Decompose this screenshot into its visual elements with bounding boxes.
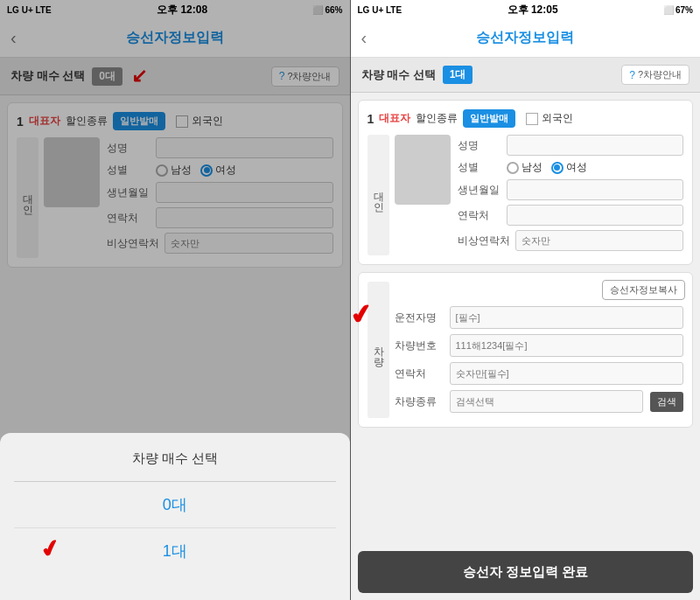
- gender-label-right: 성별: [458, 160, 501, 175]
- contact-label-right: 연락처: [458, 208, 501, 223]
- driver-input[interactable]: [450, 306, 684, 329]
- search-button[interactable]: 검색: [650, 392, 683, 412]
- birth-row-right: 생년월일: [458, 179, 684, 200]
- vehicle-select-bar-right: 차량 매수 선택 1대 ? ?차량안내: [351, 58, 701, 93]
- plate-input[interactable]: [450, 334, 684, 357]
- form-body-right: 대인 성명 성별 남성: [368, 135, 684, 255]
- complete-button[interactable]: 승선자 정보입력 완료: [358, 551, 694, 593]
- copy-button[interactable]: 승선자정보복사: [602, 280, 685, 300]
- female-radio-right[interactable]: [551, 162, 564, 174]
- modal-option-1[interactable]: 1대 ✔: [14, 528, 336, 574]
- name-row-right: 성명: [458, 135, 684, 156]
- contact-input-right[interactable]: [507, 205, 684, 226]
- discount-label-right: 할인종류: [416, 111, 458, 126]
- driver-label: 운전자명: [395, 310, 443, 325]
- checkmark-arrow-modal: ✔: [37, 534, 62, 565]
- vcontact-label: 연락처: [395, 366, 443, 381]
- modal-title-left: 차량 매수 선택: [14, 450, 336, 467]
- emergency-input-right[interactable]: [515, 230, 684, 251]
- name-label-right: 성명: [458, 138, 501, 153]
- vehicle-bar-label-right: 차량 매수 선택: [361, 67, 436, 83]
- male-option-right[interactable]: 남성: [507, 160, 542, 175]
- birth-input-right[interactable]: [507, 179, 684, 200]
- female-option-right[interactable]: 여성: [551, 160, 587, 175]
- avatar-right: [395, 135, 451, 205]
- checkbox-icon-right: [526, 113, 538, 125]
- modal-overlay-left[interactable]: 차량 매수 선택 0대 1대 ✔: [0, 0, 350, 600]
- modal-option-0[interactable]: 0대: [14, 482, 336, 528]
- foreigner-checkbox-right[interactable]: 외국인: [526, 111, 573, 126]
- rep-badge-right: 대표자: [379, 111, 410, 126]
- emergency-label-right: 비상연락처: [458, 234, 510, 248]
- vcontact-input[interactable]: [450, 362, 684, 385]
- vcontact-row: 연락처: [395, 362, 684, 385]
- time-right: 오후 12:05: [508, 3, 558, 17]
- gender-options-right: 남성 여성: [507, 160, 587, 175]
- vehicle-form-card: ✔ 승선자정보복사 차량 운전자명 차량번호 연락처: [358, 272, 694, 428]
- battery-right: ⬜ 67%: [663, 5, 693, 15]
- modal-sheet-left: 차량 매수 선택 0대 1대 ✔: [0, 433, 350, 600]
- vehicle-info-btn-right[interactable]: ? ?차량안내: [621, 65, 690, 85]
- form-content-right: 성명 성별 남성: [395, 135, 684, 255]
- question-icon-right: ?: [629, 69, 635, 81]
- emergency-row-right: 비상연락처: [458, 230, 684, 251]
- carrier-right: LG U+ LTE: [358, 5, 402, 15]
- content-right: 차량 매수 선택 1대 ? ?차량안내 1 대표자 할인종류 일반발매 외국인 …: [351, 58, 701, 544]
- plate-label: 차량번호: [395, 338, 443, 353]
- plate-row: 차량번호: [395, 334, 684, 357]
- vtype-row: 차량종류 검색: [395, 390, 684, 413]
- birth-label-right: 생년월일: [458, 183, 501, 198]
- side-label-adult-right: 대인: [368, 135, 389, 255]
- vehicle-fields: 운전자명 차량번호 연락처 차량종류 검색: [395, 282, 684, 418]
- page-title-right: 승선자정보입력: [476, 29, 574, 47]
- left-panel: LG U+ LTE 오후 12:08 ⬜ 66% ‹ 승선자정보입력 차량 매수…: [0, 0, 350, 600]
- vtype-input[interactable]: [450, 390, 644, 413]
- passenger-form-right: 1 대표자 할인종류 일반발매 외국인 대인 성명: [358, 100, 694, 265]
- male-radio-right[interactable]: [507, 162, 519, 174]
- battery-icon-right: ⬜: [663, 5, 674, 15]
- vtype-label: 차량종류: [395, 394, 443, 409]
- right-panel: LG U+ LTE 오후 12:05 ⬜ 67% ‹ 승선자정보입력 차량 매수…: [351, 0, 701, 600]
- gender-row-right: 성별 남성 여성: [458, 160, 684, 175]
- nav-bar-right: ‹ 승선자정보입력: [351, 19, 701, 58]
- driver-row: 운전자명: [395, 306, 684, 329]
- form-header-right: 1 대표자 할인종류 일반발매 외국인: [368, 109, 684, 128]
- status-bar-right: LG U+ LTE 오후 12:05 ⬜ 67%: [351, 0, 701, 19]
- side-label-vehicle: 차량: [368, 282, 389, 418]
- vehicle-form-body: 차량 운전자명 차량번호 연락처 차량종류: [368, 282, 684, 418]
- fields-right: 성명 성별 남성: [458, 135, 684, 255]
- contact-row-right: 연락처: [458, 205, 684, 226]
- form-number-right: 1: [368, 112, 374, 126]
- name-input-right[interactable]: [507, 135, 684, 156]
- vehicle-count-right[interactable]: 1대: [443, 66, 473, 84]
- back-button-right[interactable]: ‹: [361, 28, 368, 48]
- discount-button-right[interactable]: 일반발매: [463, 109, 515, 128]
